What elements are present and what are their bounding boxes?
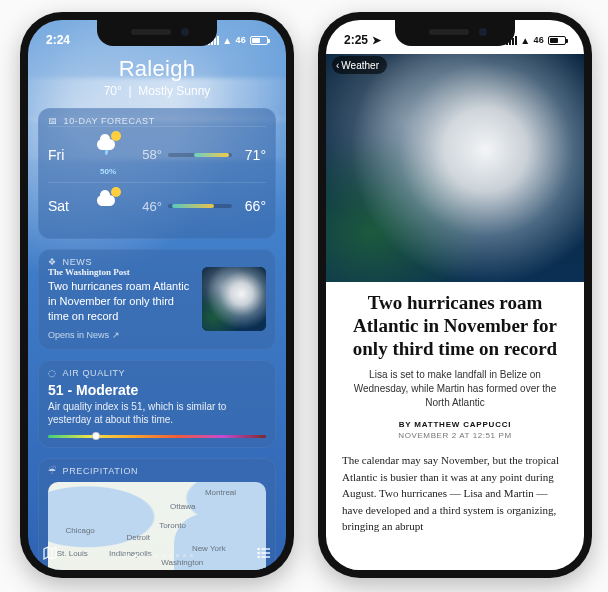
umbrella-icon: ☔︎ <box>48 466 57 476</box>
article-content[interactable]: Two hurricanes roam Atlantic in November… <box>326 282 584 570</box>
summary-condition: Mostly Sunny <box>138 84 210 98</box>
battery-icon <box>250 36 268 45</box>
news-card[interactable]: ❖ NEWS The Washington Post Two hurricane… <box>38 249 276 350</box>
weather-summary: 70° | Mostly Sunny <box>38 84 276 98</box>
open-in-news[interactable]: Opens in News ↗ <box>48 330 194 340</box>
precipitation-header: PRECIPITATION <box>63 466 138 476</box>
phone-left: 2:24 SOS ▲ 46 Raleigh 70° | Mostly Sunny <box>20 12 294 578</box>
forecast-row[interactable]: Fri 50% 58° 71° <box>48 126 266 182</box>
svg-point-2 <box>258 556 259 557</box>
map-city-label: Chicago <box>65 526 94 535</box>
svg-point-1 <box>258 552 259 553</box>
news-thumbnail <box>202 267 266 331</box>
air-quality-icon: ◌ <box>48 368 57 378</box>
forecast-low: 46° <box>134 199 162 214</box>
article-subtitle: Lisa is set to make landfall in Belize o… <box>342 368 568 410</box>
phone-right: 2:25 ➤ SOS ▲ 46 ‹ Weather Two hur <box>318 12 592 578</box>
wifi-icon: ▲ <box>520 35 530 46</box>
forecast-icon: 50% <box>88 133 128 176</box>
list-button[interactable] <box>256 545 272 565</box>
status-time: 2:25 <box>344 33 368 47</box>
article-hero-image <box>326 54 584 282</box>
wifi-icon: ▲ <box>222 35 232 46</box>
forecast-card[interactable]: 📅︎ 10-DAY FORECAST Fri 50% 58° 71° <box>38 108 276 239</box>
air-quality-scale <box>48 435 266 438</box>
back-label: Weather <box>341 60 379 71</box>
forecast-icon <box>88 189 128 223</box>
status-time: 2:24 <box>46 33 70 47</box>
battery-pct: 46 <box>533 35 544 45</box>
forecast-row[interactable]: Sat 46° 66° <box>48 182 266 229</box>
air-quality-card[interactable]: ◌ AIR QUALITY 51 - Moderate Air quality … <box>38 360 276 448</box>
article-date: NOVEMBER 2 AT 12:51 PM <box>342 431 568 440</box>
map-city-label: Montreal <box>205 488 236 497</box>
forecast-high: 66° <box>238 198 266 214</box>
battery-icon <box>548 36 566 45</box>
news-source: The Washington Post <box>48 267 194 277</box>
news-headline: Two hurricanes roam Atlantic in November… <box>48 279 194 324</box>
calendar-icon: 📅︎ <box>48 116 58 126</box>
map-city-label: Toronto <box>159 521 186 530</box>
map-button[interactable] <box>42 545 58 565</box>
temp-range-bar <box>168 204 232 208</box>
map-city-label: Ottawa <box>170 502 195 511</box>
location-arrow-icon: ➤ <box>372 34 381 47</box>
forecast-high: 71° <box>238 147 266 163</box>
precip-percent: 50% <box>88 167 128 176</box>
forecast-header: 10-DAY FORECAST <box>64 116 155 126</box>
forecast-day: Sat <box>48 198 82 214</box>
air-quality-desc: Air quality index is 51, which is simila… <box>48 400 266 427</box>
article-body: The calendar may say November, but the t… <box>342 452 568 535</box>
forecast-low: 58° <box>134 147 162 162</box>
notch <box>395 20 515 46</box>
air-quality-value: 51 - Moderate <box>48 382 266 398</box>
forecast-day: Fri <box>48 147 82 163</box>
location-arrow-icon: ➤ <box>122 550 130 560</box>
page-dots[interactable]: ➤ <box>122 550 193 560</box>
battery-pct: 46 <box>235 35 246 45</box>
city-name: Raleigh <box>38 56 276 82</box>
svg-point-0 <box>258 548 259 549</box>
air-quality-header: AIR QUALITY <box>63 368 126 378</box>
external-link-icon: ↗ <box>112 330 120 340</box>
back-to-weather[interactable]: ‹ Weather <box>332 56 387 74</box>
summary-temp: 70° <box>104 84 122 98</box>
chevron-left-icon: ‹ <box>336 60 339 71</box>
news-header: NEWS <box>63 257 92 267</box>
weather-toolbar: ➤ <box>28 540 286 570</box>
news-icon: ❖ <box>48 257 57 267</box>
article-title: Two hurricanes roam Atlantic in November… <box>342 292 568 360</box>
notch <box>97 20 217 46</box>
temp-range-bar <box>168 153 232 157</box>
article-byline: BY MATTHEW CAPPUCCI <box>342 420 568 429</box>
